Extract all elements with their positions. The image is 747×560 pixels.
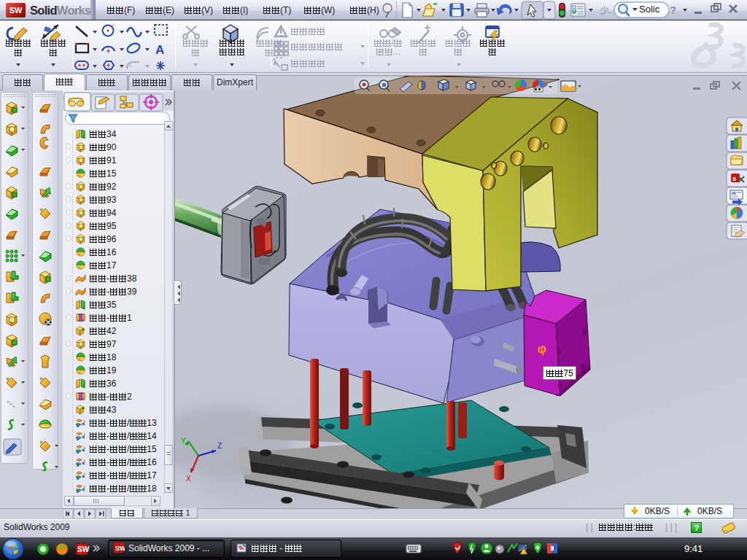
svg-text:少..: 少.. (600, 5, 614, 15)
svg-text:!: ! (526, 549, 527, 554)
svg-text:S: S (732, 176, 737, 182)
svg-text:Z: Z (217, 442, 222, 450)
svg-text:Y: Y (181, 437, 186, 445)
svg-text:X: X (186, 475, 191, 483)
svg-text:Solic: Solic (639, 4, 660, 15)
svg-text:SW: SW (77, 545, 90, 553)
svg-text:A: A (155, 43, 164, 57)
svg-text:?: ? (670, 4, 676, 16)
svg-text:SW: SW (115, 545, 125, 552)
